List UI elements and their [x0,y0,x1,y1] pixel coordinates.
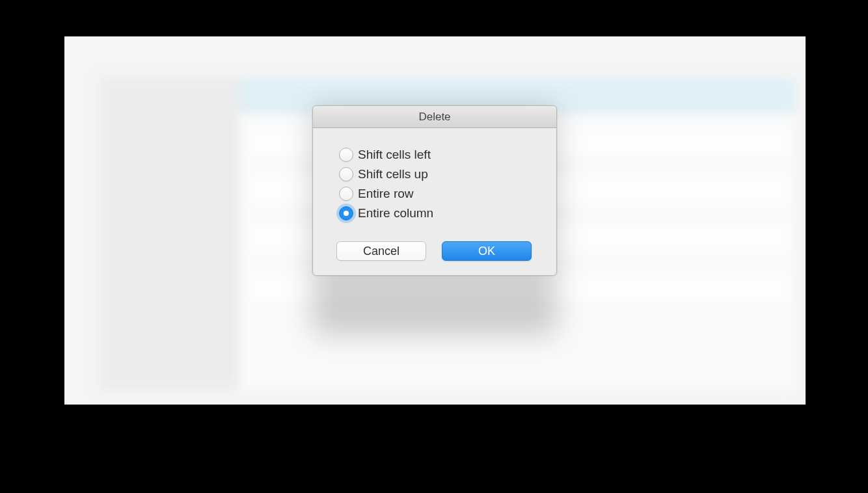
radio-option-entire-row[interactable]: Entire row [339,187,537,201]
delete-dialog: Delete Shift cells left Shift cells up E… [312,105,557,276]
radio-label: Entire column [358,206,433,220]
dialog-titlebar: Delete [313,106,556,128]
dialog-body: Shift cells left Shift cells up Entire r… [313,128,556,275]
radio-option-entire-column[interactable]: Entire column [339,206,537,220]
radio-icon [339,167,353,181]
radio-label: Entire row [358,187,414,201]
radio-label: Shift cells up [358,167,428,181]
radio-icon [339,148,353,162]
radio-icon [339,206,353,220]
radio-icon [339,187,353,201]
radio-option-shift-cells-up[interactable]: Shift cells up [339,167,537,181]
delete-options-radio-group: Shift cells left Shift cells up Entire r… [339,148,537,220]
cancel-button[interactable]: Cancel [336,241,426,261]
dialog-button-row: Cancel OK [336,241,537,261]
dialog-title: Delete [418,111,450,124]
radio-label: Shift cells left [358,148,431,162]
radio-option-shift-cells-left[interactable]: Shift cells left [339,148,537,162]
ok-button[interactable]: OK [442,241,532,261]
